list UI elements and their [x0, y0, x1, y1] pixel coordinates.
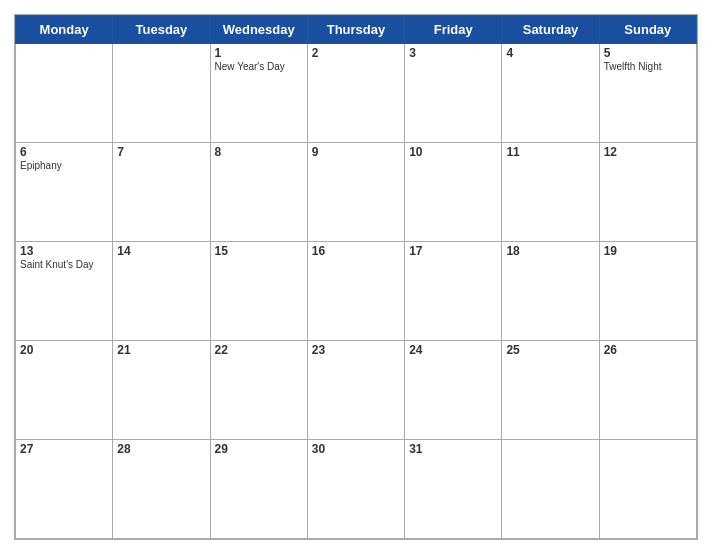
calendar-cell: 7 [113, 143, 210, 242]
week-row-1: 1New Year's Day2345Twelfth Night [16, 44, 697, 143]
date-number: 17 [409, 244, 497, 258]
page: MondayTuesdayWednesdayThursdayFridaySatu… [0, 0, 712, 550]
calendar-cell: 8 [210, 143, 307, 242]
calendar: MondayTuesdayWednesdayThursdayFridaySatu… [14, 14, 698, 540]
date-number: 30 [312, 442, 400, 456]
date-number: 20 [20, 343, 108, 357]
calendar-cell [599, 440, 696, 539]
weekday-header-sunday: Sunday [599, 16, 696, 44]
date-number: 13 [20, 244, 108, 258]
calendar-cell: 14 [113, 242, 210, 341]
calendar-cell: 22 [210, 341, 307, 440]
date-number: 14 [117, 244, 205, 258]
calendar-cell: 30 [307, 440, 404, 539]
date-number: 8 [215, 145, 303, 159]
calendar-cell: 18 [502, 242, 599, 341]
calendar-cell: 11 [502, 143, 599, 242]
date-number: 19 [604, 244, 692, 258]
date-number: 7 [117, 145, 205, 159]
week-row-5: 2728293031 [16, 440, 697, 539]
date-number: 23 [312, 343, 400, 357]
calendar-cell: 20 [16, 341, 113, 440]
calendar-cell: 13Saint Knut's Day [16, 242, 113, 341]
calendar-cell: 17 [405, 242, 502, 341]
calendar-cell: 5Twelfth Night [599, 44, 696, 143]
calendar-cell: 15 [210, 242, 307, 341]
date-number: 10 [409, 145, 497, 159]
date-number: 18 [506, 244, 594, 258]
weekday-header-monday: Monday [16, 16, 113, 44]
date-number: 31 [409, 442, 497, 456]
calendar-cell: 25 [502, 341, 599, 440]
calendar-cell: 29 [210, 440, 307, 539]
calendar-cell: 12 [599, 143, 696, 242]
calendar-cell: 19 [599, 242, 696, 341]
calendar-cell: 24 [405, 341, 502, 440]
holiday-label: Twelfth Night [604, 61, 692, 72]
weekday-header-friday: Friday [405, 16, 502, 44]
date-number: 21 [117, 343, 205, 357]
weekday-header-thursday: Thursday [307, 16, 404, 44]
calendar-cell: 3 [405, 44, 502, 143]
calendar-cell [502, 440, 599, 539]
calendar-header: MondayTuesdayWednesdayThursdayFridaySatu… [16, 16, 697, 44]
calendar-cell: 4 [502, 44, 599, 143]
date-number: 2 [312, 46, 400, 60]
date-number: 3 [409, 46, 497, 60]
weekday-header-tuesday: Tuesday [113, 16, 210, 44]
date-number: 22 [215, 343, 303, 357]
date-number: 11 [506, 145, 594, 159]
date-number: 9 [312, 145, 400, 159]
calendar-cell: 6Epiphany [16, 143, 113, 242]
calendar-cell: 16 [307, 242, 404, 341]
calendar-cell: 27 [16, 440, 113, 539]
date-number: 28 [117, 442, 205, 456]
week-row-2: 6Epiphany789101112 [16, 143, 697, 242]
date-number: 1 [215, 46, 303, 60]
calendar-cell: 31 [405, 440, 502, 539]
week-row-4: 20212223242526 [16, 341, 697, 440]
holiday-label: Epiphany [20, 160, 108, 171]
calendar-body: 1New Year's Day2345Twelfth Night6Epiphan… [16, 44, 697, 539]
date-number: 26 [604, 343, 692, 357]
date-number: 29 [215, 442, 303, 456]
date-number: 4 [506, 46, 594, 60]
calendar-cell: 28 [113, 440, 210, 539]
weekday-header-row: MondayTuesdayWednesdayThursdayFridaySatu… [16, 16, 697, 44]
date-number: 5 [604, 46, 692, 60]
week-row-3: 13Saint Knut's Day141516171819 [16, 242, 697, 341]
calendar-cell: 21 [113, 341, 210, 440]
date-number: 16 [312, 244, 400, 258]
calendar-cell: 9 [307, 143, 404, 242]
calendar-cell: 1New Year's Day [210, 44, 307, 143]
date-number: 24 [409, 343, 497, 357]
date-number: 25 [506, 343, 594, 357]
date-number: 12 [604, 145, 692, 159]
date-number: 6 [20, 145, 108, 159]
date-number: 27 [20, 442, 108, 456]
weekday-header-saturday: Saturday [502, 16, 599, 44]
calendar-cell [113, 44, 210, 143]
calendar-cell: 2 [307, 44, 404, 143]
calendar-cell: 23 [307, 341, 404, 440]
calendar-cell: 10 [405, 143, 502, 242]
holiday-label: New Year's Day [215, 61, 303, 72]
calendar-cell [16, 44, 113, 143]
calendar-table: MondayTuesdayWednesdayThursdayFridaySatu… [15, 15, 697, 539]
holiday-label: Saint Knut's Day [20, 259, 108, 270]
weekday-header-wednesday: Wednesday [210, 16, 307, 44]
date-number: 15 [215, 244, 303, 258]
calendar-cell: 26 [599, 341, 696, 440]
